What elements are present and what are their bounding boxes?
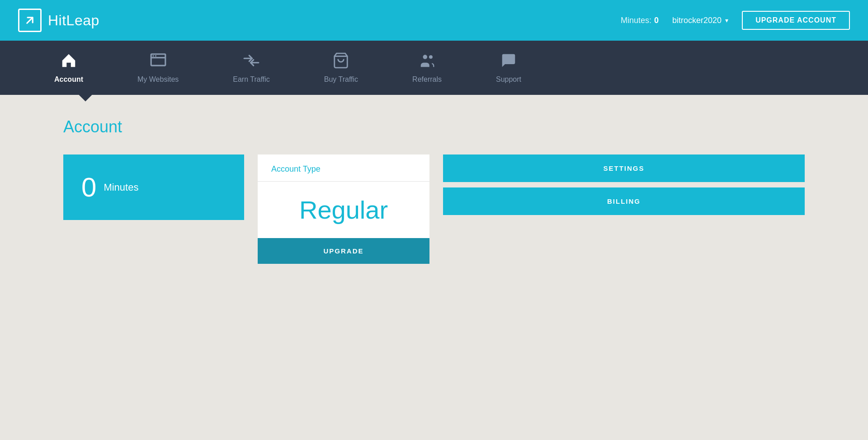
account-type-card: Account Type Regular UPGRADE [258, 154, 429, 264]
minutes-word: Minutes [104, 182, 138, 193]
settings-button[interactable]: SETTINGS [443, 154, 805, 182]
nav-items: Account My Websites [27, 52, 841, 84]
header: HitLeap Minutes:0 bitrocker2020 ▾ UPGRAD… [0, 0, 868, 41]
nav-label-account: Account [54, 75, 83, 84]
chevron-down-icon: ▾ [725, 17, 728, 24]
minutes-label: Minutes:0 [621, 16, 659, 25]
earn-traffic-icon [243, 52, 260, 72]
home-icon [60, 52, 77, 72]
logo-area: HitLeap [18, 9, 621, 32]
nav-label-earn-traffic: Earn Traffic [233, 75, 270, 84]
account-type-header: Account Type [258, 154, 429, 182]
svg-point-2 [152, 55, 154, 56]
upgrade-account-button[interactable]: UPGRADE ACCOUNT [742, 11, 850, 30]
nav-label-referrals: Referrals [412, 75, 442, 84]
svg-point-3 [155, 55, 156, 56]
logo-text: HitLeap [48, 12, 99, 29]
nav-item-buy-traffic[interactable]: Buy Traffic [297, 52, 385, 84]
nav-item-my-websites[interactable]: My Websites [110, 52, 206, 84]
navigation: Account My Websites [0, 41, 868, 95]
nav-label-support: Support [496, 75, 521, 84]
logo-icon [18, 9, 42, 32]
account-type-body: Regular [258, 182, 429, 225]
nav-item-account[interactable]: Account [27, 52, 110, 84]
nav-label-buy-traffic: Buy Traffic [324, 75, 358, 84]
website-icon [150, 52, 167, 72]
nav-label-my-websites: My Websites [137, 75, 179, 84]
nav-active-arrow [79, 94, 92, 102]
content-row: 0 Minutes Account Type Regular UPGRADE S… [63, 154, 805, 264]
action-buttons: SETTINGS BILLING [443, 154, 805, 215]
cart-icon [332, 52, 349, 72]
nav-item-earn-traffic[interactable]: Earn Traffic [206, 52, 297, 84]
username-area[interactable]: bitrocker2020 ▾ [672, 16, 728, 25]
minutes-number: 0 [81, 174, 96, 201]
username-text: bitrocker2020 [672, 16, 722, 25]
svg-point-7 [423, 55, 427, 59]
page-title: Account [63, 117, 805, 136]
svg-point-8 [429, 55, 433, 59]
nav-item-support[interactable]: Support [469, 52, 548, 84]
main-content: Account 0 Minutes Account Type Regular U… [0, 95, 868, 440]
support-icon [500, 52, 517, 72]
header-right: Minutes:0 bitrocker2020 ▾ UPGRADE ACCOUN… [621, 11, 850, 30]
account-type-value: Regular [271, 195, 416, 225]
nav-item-referrals[interactable]: Referrals [385, 52, 469, 84]
upgrade-button[interactable]: UPGRADE [258, 238, 429, 264]
minutes-card: 0 Minutes [63, 154, 244, 220]
referrals-icon [419, 52, 436, 72]
billing-button[interactable]: BILLING [443, 187, 805, 215]
